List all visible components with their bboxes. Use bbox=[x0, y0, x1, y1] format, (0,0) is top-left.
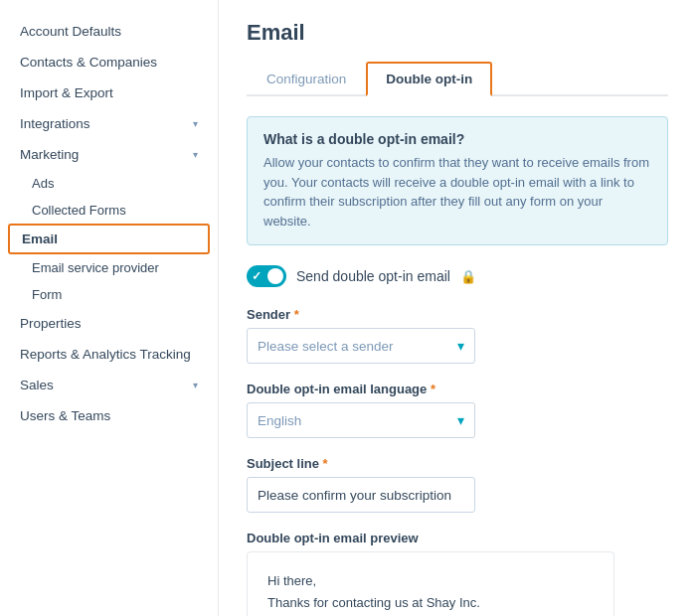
sidebar-sub-item-ads[interactable]: Ads bbox=[0, 170, 218, 197]
language-select[interactable]: English ▾ bbox=[247, 402, 475, 438]
sidebar-item-account-defaults[interactable]: Account Defaults bbox=[0, 16, 218, 47]
sidebar-item-properties[interactable]: Properties bbox=[0, 308, 218, 339]
subject-field-group: Subject line * Please confirm your subsc… bbox=[247, 456, 668, 513]
main-content: Email Configuration Double opt-in What i… bbox=[219, 0, 696, 616]
preview-label: Double opt-in email preview bbox=[247, 531, 668, 545]
sender-select[interactable]: Please select a sender ▾ bbox=[247, 328, 475, 364]
page-title: Email bbox=[247, 20, 668, 46]
subject-label: Subject line * bbox=[247, 456, 668, 471]
sidebar-item-integrations[interactable]: Integrations ▾ bbox=[0, 108, 218, 139]
info-box-title: What is a double opt-in email? bbox=[263, 131, 651, 147]
info-box: What is a double opt-in email? Allow you… bbox=[247, 116, 668, 245]
sidebar: Account Defaults Contacts & Companies Im… bbox=[0, 0, 219, 616]
chevron-down-icon: ▾ bbox=[193, 380, 198, 390]
subject-input[interactable]: Please confirm your subscription bbox=[247, 477, 475, 513]
language-label: Double opt-in email language * bbox=[247, 382, 668, 396]
sidebar-item-users-teams[interactable]: Users & Teams bbox=[0, 400, 218, 431]
toggle-knob bbox=[267, 268, 283, 284]
checkmark-icon: ✓ bbox=[252, 269, 261, 283]
language-chevron-icon: ▾ bbox=[457, 412, 464, 428]
sender-chevron-icon: ▾ bbox=[457, 338, 464, 354]
sender-field-group: Sender * Please select a sender ▾ bbox=[247, 307, 668, 364]
sidebar-item-import-export[interactable]: Import & Export bbox=[0, 77, 218, 108]
chevron-down-icon: ▾ bbox=[193, 149, 198, 160]
toggle-label: Send double opt-in email bbox=[296, 268, 450, 284]
toggle-row: ✓ Send double opt-in email 🔒 bbox=[247, 265, 668, 287]
info-box-text: Allow your contacts to confirm that they… bbox=[263, 153, 651, 231]
sender-label: Sender * bbox=[247, 307, 668, 322]
sidebar-sub-item-email-service-provider[interactable]: Email service provider bbox=[0, 254, 218, 281]
lock-icon: 🔒 bbox=[460, 269, 476, 284]
sidebar-item-email[interactable]: Email bbox=[8, 224, 210, 254]
tab-double-opt-in[interactable]: Double opt-in bbox=[366, 62, 492, 96]
language-value: English bbox=[258, 413, 301, 428]
sidebar-item-reports-analytics[interactable]: Reports & Analytics Tracking bbox=[0, 339, 218, 370]
preview-line2: Thanks for contacting us at Shay Inc. bbox=[267, 592, 594, 614]
double-opt-in-toggle[interactable]: ✓ bbox=[247, 265, 286, 287]
preview-line1: Hi there, bbox=[267, 570, 594, 592]
sidebar-item-sales[interactable]: Sales ▾ bbox=[0, 370, 218, 400]
sender-placeholder: Please select a sender bbox=[258, 339, 394, 354]
tab-bar: Configuration Double opt-in bbox=[247, 62, 668, 96]
sidebar-item-contacts-companies[interactable]: Contacts & Companies bbox=[0, 47, 218, 77]
sidebar-item-marketing[interactable]: Marketing ▾ bbox=[0, 139, 218, 170]
chevron-down-icon: ▾ bbox=[193, 118, 198, 129]
language-field-group: Double opt-in email language * English ▾ bbox=[247, 382, 668, 438]
subject-value: Please confirm your subscription bbox=[258, 488, 451, 503]
preview-section: Double opt-in email preview Hi there, Th… bbox=[247, 531, 668, 616]
sidebar-sub-item-form[interactable]: Form bbox=[0, 281, 218, 308]
preview-box: Hi there, Thanks for contacting us at Sh… bbox=[247, 551, 614, 616]
sidebar-sub-item-collected-forms[interactable]: Collected Forms bbox=[0, 197, 218, 224]
tab-configuration[interactable]: Configuration bbox=[247, 62, 366, 96]
